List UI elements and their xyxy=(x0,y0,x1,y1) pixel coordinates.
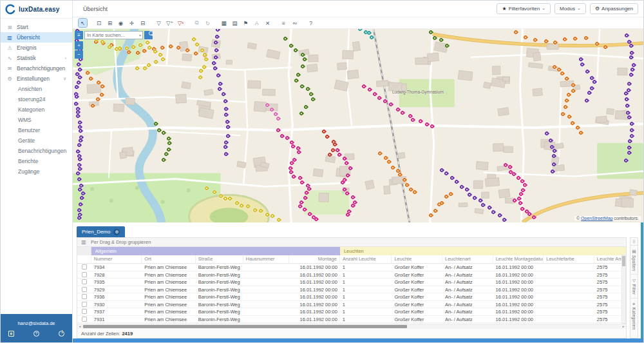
column-header-hausnummer[interactable]: Hausnummer xyxy=(243,255,290,263)
side-tab-kategorien[interactable]: ≡Kategorien xyxy=(630,298,638,333)
map-marker[interactable] xyxy=(390,164,395,170)
map-marker[interactable] xyxy=(185,48,190,53)
map-marker[interactable] xyxy=(285,135,290,141)
map-marker[interactable] xyxy=(130,44,135,50)
map-marker[interactable] xyxy=(85,70,90,75)
map-marker[interactable] xyxy=(211,60,216,65)
pan-tool-icon[interactable]: ✛ xyxy=(128,19,136,27)
column-header-leuchtefarbe[interactable]: Leuchtefarbe xyxy=(544,255,594,263)
map-marker[interactable] xyxy=(629,128,634,133)
map-marker[interactable] xyxy=(314,217,319,222)
clipboard-icon[interactable]: ▤ xyxy=(231,19,239,27)
table-row[interactable]: 7930Prien am ChiemseeBaronin-Ferstl-Weg1… xyxy=(77,301,626,309)
map-marker[interactable] xyxy=(77,177,82,182)
table-row[interactable]: 7937Prien am ChiemseeBaronin-Ferstl-Weg1… xyxy=(77,308,626,316)
map-marker[interactable] xyxy=(100,84,105,89)
map-marker[interactable] xyxy=(490,209,495,214)
map-marker[interactable] xyxy=(252,207,258,212)
map-marker[interactable] xyxy=(623,97,629,102)
map-marker[interactable] xyxy=(176,45,181,50)
sidebar-item-übersicht[interactable]: ▥Übersicht xyxy=(1,32,72,43)
map-marker[interactable] xyxy=(74,84,79,90)
map-marker[interactable] xyxy=(77,75,82,80)
map-marker[interactable] xyxy=(459,184,464,190)
map-marker[interactable] xyxy=(302,57,307,62)
map-marker[interactable] xyxy=(220,92,225,97)
map-marker[interactable] xyxy=(299,111,304,116)
table-row[interactable]: 7931Prien am ChiemseeBaronin-Ferstl-Weg1… xyxy=(77,316,626,324)
map-marker[interactable] xyxy=(308,92,313,97)
table-icon[interactable]: ▦ xyxy=(220,19,228,27)
map-marker[interactable] xyxy=(402,177,407,182)
map-marker[interactable] xyxy=(168,44,173,49)
map-marker[interactable] xyxy=(198,75,203,80)
map-marker[interactable] xyxy=(279,133,285,138)
map-marker[interactable] xyxy=(191,37,196,42)
map-marker[interactable] xyxy=(626,144,631,150)
monitor-icon[interactable] xyxy=(8,331,14,337)
map-marker[interactable] xyxy=(214,34,219,39)
map-marker[interactable] xyxy=(160,56,165,61)
map-marker[interactable] xyxy=(453,179,459,184)
add-marker-icon[interactable]: ◉ xyxy=(117,19,125,27)
map-marker[interactable] xyxy=(400,110,405,115)
map-marker[interactable] xyxy=(270,213,275,218)
zoom-extent-icon[interactable]: ⊞ xyxy=(106,19,114,27)
map-marker[interactable] xyxy=(444,194,449,199)
sidebar-subitem-benachrichtigungen[interactable]: Benachrichtigungen xyxy=(1,146,72,156)
vscroll-thumb[interactable] xyxy=(622,256,625,266)
map-marker[interactable] xyxy=(432,35,437,40)
map-marker[interactable] xyxy=(79,195,84,200)
map-marker[interactable] xyxy=(629,67,634,72)
map-marker[interactable] xyxy=(564,76,569,81)
map-marker[interactable] xyxy=(466,191,471,197)
map-marker[interactable] xyxy=(623,33,629,38)
side-tab-filter[interactable]: ▽Filter xyxy=(630,274,638,298)
map-marker[interactable] xyxy=(430,124,435,129)
search-caret-icon[interactable]: ▾ xyxy=(139,33,142,37)
map-marker[interactable] xyxy=(372,91,377,96)
map-marker[interactable] xyxy=(464,186,469,191)
map-marker[interactable] xyxy=(290,144,296,149)
map-marker[interactable] xyxy=(138,43,143,48)
row-checkbox[interactable] xyxy=(82,294,87,299)
map-marker[interactable] xyxy=(302,206,307,211)
map-marker[interactable] xyxy=(357,29,363,32)
map-marker[interactable] xyxy=(583,98,589,103)
table-row[interactable]: 7928Prien am ChiemseeBaronin-Ferstl-Weg1… xyxy=(77,271,626,279)
map-marker[interactable] xyxy=(627,115,632,120)
map-marker[interactable] xyxy=(166,141,171,146)
map-area[interactable]: Ludwig-Thoma-Gymnasium ≡ ▾ + − © OpenStr… xyxy=(73,29,643,222)
help-info-icon[interactable]: ? xyxy=(33,331,39,337)
map-marker[interactable] xyxy=(628,72,633,77)
map-marker[interactable] xyxy=(594,41,599,46)
map-marker[interactable] xyxy=(350,194,355,199)
map-marker[interactable] xyxy=(321,129,326,134)
map-marker[interactable] xyxy=(283,36,288,41)
map-marker[interactable] xyxy=(265,212,270,217)
map-marker[interactable] xyxy=(578,130,583,135)
map-marker[interactable] xyxy=(269,106,274,112)
map-marker[interactable] xyxy=(160,130,166,135)
column-chooser-icon[interactable]: ▥ xyxy=(80,239,88,245)
map-marker[interactable] xyxy=(245,203,250,208)
map-marker[interactable] xyxy=(291,174,296,179)
map-marker[interactable] xyxy=(258,208,263,213)
map-marker[interactable] xyxy=(497,212,502,217)
table-row[interactable]: 7934Prien am ChiemseeBaronin-Ferstl-Weg1… xyxy=(77,264,626,271)
column-header-leuchte-montagedatum[interactable]: Leuchte Montagedatum xyxy=(493,255,544,263)
map-marker[interactable] xyxy=(560,71,565,76)
map-marker[interactable] xyxy=(223,112,229,117)
map-marker[interactable] xyxy=(428,30,433,35)
column-header-nummer[interactable]: Nummer xyxy=(91,255,142,263)
column-header-montage[interactable]: Montage xyxy=(289,255,340,263)
map-marker[interactable] xyxy=(410,117,415,122)
select-tool-icon[interactable]: ↖ xyxy=(79,19,87,27)
map-marker[interactable] xyxy=(386,159,392,164)
print-icon[interactable]: ≡ xyxy=(279,19,288,27)
map-marker[interactable] xyxy=(153,59,158,64)
map-marker[interactable] xyxy=(345,173,350,178)
side-tab-spalten[interactable]: ▤Spalten xyxy=(630,245,638,274)
map-marker[interactable] xyxy=(560,111,565,116)
map-search-input[interactable] xyxy=(85,32,139,39)
